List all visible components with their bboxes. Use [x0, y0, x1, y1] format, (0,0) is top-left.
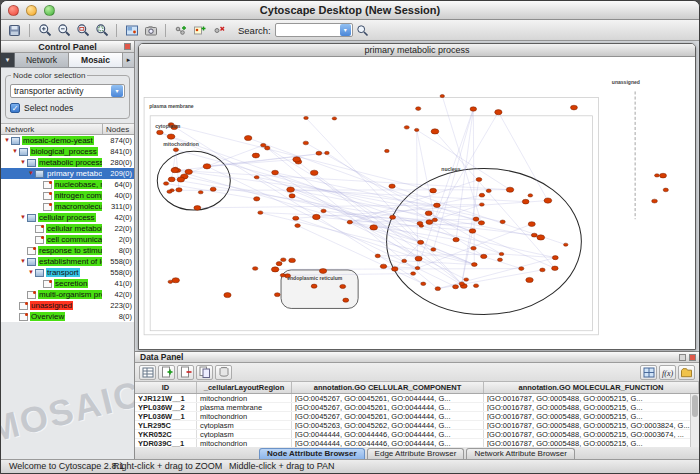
advanced-search-button[interactable] [353, 21, 372, 39]
attribute-matrix-button[interactable] [640, 365, 657, 380]
window-titlebar[interactable]: Cytoscape Desktop (New Session) [1, 1, 699, 20]
copy-attribute-button[interactable] [196, 365, 213, 380]
column-header-cellularlayoutregion[interactable]: _cellularLayoutRegion [197, 382, 292, 393]
minimize-window-button[interactable] [26, 5, 37, 16]
dropdown-arrow-icon[interactable]: ▾ [111, 85, 123, 97]
network-leaf-icon [35, 225, 44, 233]
network-overview-button[interactable] [122, 21, 141, 39]
save-session-button[interactable] [5, 21, 24, 39]
snapshot-button[interactable] [141, 21, 160, 39]
zoom-out-button[interactable] [54, 21, 73, 39]
tab-overflow-arrow-icon[interactable]: ▸ [123, 53, 134, 67]
table-row-ypl036w-2[interactable]: YPL036W__2plasma membrane[GO:0045267, GO… [135, 403, 699, 412]
close-window-button[interactable] [8, 5, 19, 16]
graph-node [332, 117, 336, 120]
expander-icon[interactable]: ▼ [3, 135, 11, 146]
tab-mosaic[interactable]: Mosaic [69, 53, 123, 67]
tree-row-unassigned[interactable]: unassigned223(0) [1, 300, 134, 311]
graph-node [528, 222, 535, 227]
formula-builder-button[interactable]: f(x) [659, 365, 676, 380]
region-label-mitochondrion: mitochondrion [163, 141, 198, 147]
tab-network[interactable]: Network [15, 53, 69, 67]
control-panel-close-button[interactable] [124, 43, 131, 50]
column-header-id[interactable]: ID [135, 382, 197, 393]
delete-attribute-button[interactable] [177, 365, 194, 380]
tree-row-label: cellular metabolic... [46, 224, 102, 233]
expander-icon[interactable]: ▼ [19, 256, 27, 267]
tab-menu-button[interactable]: ▾ [1, 53, 15, 67]
tree-row-cell-communication[interactable]: cell communication2(0) [1, 234, 134, 245]
expander-icon[interactable]: ▼ [27, 267, 35, 278]
import-attributes-button[interactable] [678, 365, 695, 380]
expander-icon[interactable]: ▼ [11, 146, 19, 157]
network-canvas[interactable]: plasma membrane cytoplasm mitochondrion … [139, 57, 695, 349]
node-color-dropdown[interactable]: transporter activity ▾ [10, 84, 125, 98]
tree-row-establishment-of-loc[interactable]: ▼establishment of loc...558(0) [1, 256, 134, 267]
expander-icon[interactable]: ▼ [19, 157, 27, 168]
select-attributes-button[interactable] [139, 365, 156, 380]
network-view-window[interactable]: primary metabolic process plasma membran… [138, 43, 696, 350]
network-graph[interactable]: plasma membrane cytoplasm mitochondrion … [139, 57, 695, 349]
zoom-selected-region-button[interactable] [73, 21, 92, 39]
destroy-network-button[interactable] [209, 21, 228, 39]
tree-row-overview[interactable]: Overview8(0) [1, 311, 134, 322]
network-folder-icon [35, 170, 44, 178]
tab-edge-attribute-browser[interactable]: Edge Attribute Browser [367, 448, 465, 459]
tree-row-mosaic-demo-yeast[interactable]: ▼mosaic-demo-yeast874(0) [1, 135, 134, 146]
expander-icon[interactable]: ▼ [19, 212, 27, 223]
zoom-fit-button[interactable] [92, 21, 111, 39]
create-attribute-button[interactable] [158, 365, 175, 380]
network-leaf-icon [27, 291, 36, 299]
tree-row-node-count: 2(0) [102, 235, 134, 244]
delete-attributes-button[interactable] [215, 365, 232, 380]
zoom-in-button[interactable] [35, 21, 54, 39]
table-row-ydr039c-1[interactable]: YDR039C__1mitochondrion[GO:0044444, GO:0… [135, 439, 699, 447]
graph-node [380, 264, 386, 268]
graph-node [194, 206, 201, 211]
tree-row-cellular-process[interactable]: ▼cellular process42(0) [1, 212, 134, 223]
network-view-title[interactable]: primary metabolic process [139, 44, 695, 57]
tree-column-nodes[interactable]: Nodes [102, 124, 134, 134]
tree-row-response-to-stimulus[interactable]: response to stimulus8(0) [1, 245, 134, 256]
graph-node [325, 151, 330, 154]
search-dropdown-arrow-icon[interactable]: ▾ [340, 24, 351, 36]
tab-network-attribute-browser[interactable]: Network Attribute Browser [466, 448, 574, 459]
graph-node [311, 284, 317, 288]
tree-row-transport[interactable]: ▼transport558(0) [1, 267, 134, 278]
data-panel-float-button[interactable] [679, 354, 686, 361]
search-input[interactable]: ▾ [275, 23, 353, 37]
table-row-ykr052c[interactable]: YKR052Ccytoplasm[GO:0044444, GO:0044446,… [135, 430, 699, 439]
table-row-ylr295c[interactable]: YLR295Ccytoplasm[GO:0045263, GO:0045262,… [135, 421, 699, 430]
tree-row-nitrogen-compound[interactable]: nitrogen compound...40(0) [1, 190, 134, 201]
graph-node [392, 267, 398, 271]
new-network-from-selection-button[interactable] [190, 21, 209, 39]
scrollbar-thumb[interactable] [692, 395, 698, 417]
select-nodes-checkbox[interactable]: ✓ [10, 103, 20, 113]
zoom-window-button[interactable] [44, 5, 55, 16]
main-column: primary metabolic process plasma membran… [135, 41, 699, 459]
tree-row-multi-organism-proc[interactable]: multi-organism proc...42(0) [1, 289, 134, 300]
graph-node [440, 95, 444, 98]
table-scrollbar[interactable] [690, 394, 699, 447]
tree-row-primary-metabolic-process[interactable]: ▼primary metabolic process209(0) [1, 168, 134, 179]
table-row-ypl036w-1[interactable]: YPL036W__1mitochondrion[GO:0045267, GO:0… [135, 412, 699, 421]
tree-row-secretion[interactable]: secretion41(0) [1, 278, 134, 289]
graph-node [481, 254, 487, 258]
table-row-yjr121w-1[interactable]: YJR121W__1mitochondrion[GO:0045267, GO:0… [135, 394, 699, 403]
column-header-annotation-go-cellular-component[interactable]: annotation.GO CELLULAR_COMPONENT [292, 382, 484, 393]
graph-node [519, 267, 524, 271]
graph-node [167, 134, 175, 139]
tree-row-cellular-metabolic[interactable]: cellular metabolic...22(0) [1, 223, 134, 234]
tree-row-nucleobase-nucleoside[interactable]: nucleobase, nucleoside...64(0) [1, 179, 134, 190]
new-network-button[interactable] [171, 21, 190, 39]
node-layer[interactable] [157, 95, 669, 303]
data-panel-close-button[interactable] [689, 354, 696, 361]
tree-row-metabolic-process[interactable]: ▼metabolic process280(0) [1, 157, 134, 168]
column-header-annotation-go-molecular-function[interactable]: annotation.GO MOLECULAR_FUNCTION [484, 382, 699, 393]
tab-node-attribute-browser[interactable]: Node Attribute Browser [259, 448, 365, 459]
tree-row-biological-process[interactable]: ▼biological_process841(0) [1, 146, 134, 157]
expander-icon[interactable]: ▼ [27, 168, 35, 179]
tree-row-macromolecule[interactable]: macromolecule...311(0) [1, 201, 134, 212]
formula-icon: f(x) [661, 367, 675, 378]
tree-column-network[interactable]: Network [1, 124, 102, 134]
